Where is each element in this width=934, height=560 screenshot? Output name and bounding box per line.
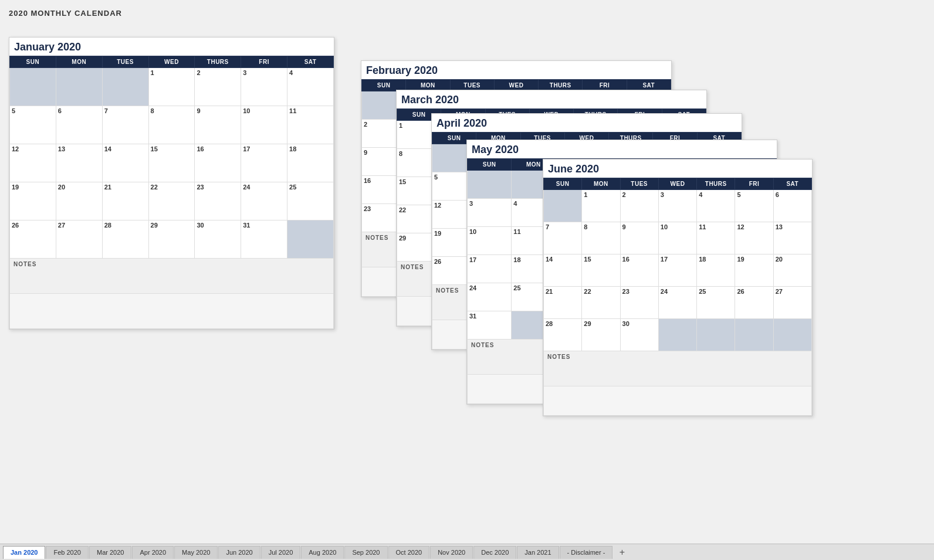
table-row: 25	[697, 287, 735, 319]
table-row: 9	[620, 222, 658, 254]
tab-add-button[interactable]: +	[615, 546, 628, 559]
june-notes-area	[544, 386, 812, 416]
table-row: 22	[582, 287, 620, 319]
jun-header-sat: SAT	[773, 178, 811, 190]
table-row: 9	[195, 106, 241, 144]
jun-header-wed: WED	[658, 178, 696, 190]
table-row	[544, 190, 582, 222]
table-row: 17	[468, 255, 512, 283]
june-title: June 2020	[543, 159, 812, 178]
table-row: 21	[544, 287, 582, 319]
table-row: 1	[148, 68, 195, 106]
table-row: 14	[102, 144, 148, 182]
tab-feb-2020[interactable]: Feb 2020	[46, 546, 88, 559]
january-title: January 2020	[9, 38, 334, 56]
table-row: 3	[658, 190, 696, 222]
table-row: 16	[620, 254, 658, 287]
table-row	[56, 68, 102, 106]
table-row: 20	[773, 254, 811, 287]
table-row: 5	[735, 190, 773, 222]
table-row: 19	[735, 254, 773, 287]
table-row: 8	[148, 106, 195, 144]
table-row: 2	[195, 68, 241, 106]
jun-header-sun: SUN	[544, 178, 582, 190]
table-row: 13	[773, 222, 811, 254]
tab-may-2020[interactable]: May 2020	[174, 546, 218, 559]
table-row	[697, 319, 735, 351]
jan-header-wed: WED	[148, 56, 195, 68]
jun-header-fri: FRI	[735, 178, 773, 190]
tab-bar: Jan 2020 Feb 2020 Mar 2020 Apr 2020 May …	[0, 544, 934, 560]
table-row	[773, 319, 811, 351]
jan-header-tues: TUES	[102, 56, 148, 68]
table-row: 17	[658, 254, 696, 287]
tab-jun-2020[interactable]: Jun 2020	[218, 546, 260, 559]
table-row: 7	[102, 106, 148, 144]
table-row	[658, 319, 696, 351]
table-row: 4	[697, 190, 735, 222]
table-row: 14	[544, 254, 582, 287]
table-row: 27	[773, 287, 811, 319]
tab-dec-2020[interactable]: Dec 2020	[473, 546, 516, 559]
table-row	[287, 220, 334, 259]
table-row: 25	[287, 182, 334, 220]
table-row: 28	[544, 319, 582, 351]
table-row: 17	[241, 144, 287, 182]
calendars-area: January 2020 SUN MON TUES WED THURS FRI …	[9, 22, 925, 532]
table-row: 10	[241, 106, 287, 144]
jan-header-sun: SUN	[10, 56, 56, 68]
tab-oct-2020[interactable]: Oct 2020	[388, 546, 430, 559]
table-row: 19	[10, 182, 56, 220]
may-header-sun: SUN	[468, 159, 512, 171]
table-row: 27	[56, 220, 102, 259]
tab-sep-2020[interactable]: Sep 2020	[344, 546, 387, 559]
table-row: 23	[195, 182, 241, 220]
table-row: 11	[287, 106, 334, 144]
table-row	[468, 171, 512, 199]
table-row: 13	[56, 144, 102, 182]
table-row: 22	[148, 182, 195, 220]
table-row: 31	[241, 220, 287, 259]
table-row: 30	[620, 319, 658, 351]
calendar-june: June 2020 SUN MON TUES WED THURS FRI SAT	[543, 159, 813, 416]
january-table: SUN MON TUES WED THURS FRI SAT 1	[9, 56, 334, 329]
table-row: 12	[735, 222, 773, 254]
table-row: 21	[102, 182, 148, 220]
tab-apr-2020[interactable]: Apr 2020	[132, 546, 174, 559]
tab-jul-2020[interactable]: Jul 2020	[261, 546, 301, 559]
table-row: 5	[10, 106, 56, 144]
page-title: 2020 MONTHLY CALENDAR	[9, 6, 925, 18]
tab-disclaimer[interactable]: - Disclaimer -	[560, 546, 613, 559]
jun-header-thurs: THURS	[697, 178, 735, 190]
table-row: 23	[620, 287, 658, 319]
table-row: 24	[468, 283, 512, 311]
table-row: 29	[582, 319, 620, 351]
table-row: 24	[658, 287, 696, 319]
table-row: 28	[102, 220, 148, 259]
tab-mar-2020[interactable]: Mar 2020	[89, 546, 131, 559]
table-row: 2	[620, 190, 658, 222]
april-title: April 2020	[432, 114, 742, 132]
tab-jan-2020[interactable]: Jan 2020	[3, 546, 45, 559]
may-title: May 2020	[467, 140, 777, 158]
table-row	[102, 68, 148, 106]
march-title: March 2020	[397, 90, 706, 108]
table-row: 16	[195, 144, 241, 182]
tab-aug-2020[interactable]: Aug 2020	[301, 546, 344, 559]
app-container: 2020 MONTHLY CALENDAR January 2020 SUN M…	[0, 0, 934, 560]
table-row: 11	[697, 222, 735, 254]
table-row	[735, 319, 773, 351]
table-row: 4	[287, 68, 334, 106]
jun-header-tues: TUES	[620, 178, 658, 190]
table-row: 3	[241, 68, 287, 106]
jan-header-sat: SAT	[287, 56, 334, 68]
jun-header-mon: MON	[582, 178, 620, 190]
tab-nov-2020[interactable]: Nov 2020	[430, 546, 473, 559]
june-table: SUN MON TUES WED THURS FRI SAT 1 2 3	[543, 178, 812, 416]
table-row: 6	[56, 106, 102, 144]
table-row: 10	[468, 227, 512, 255]
february-title: February 2020	[361, 61, 671, 79]
table-row: 29	[148, 220, 195, 259]
tab-jan-2021[interactable]: Jan 2021	[517, 546, 559, 559]
table-row: 12	[10, 144, 56, 182]
